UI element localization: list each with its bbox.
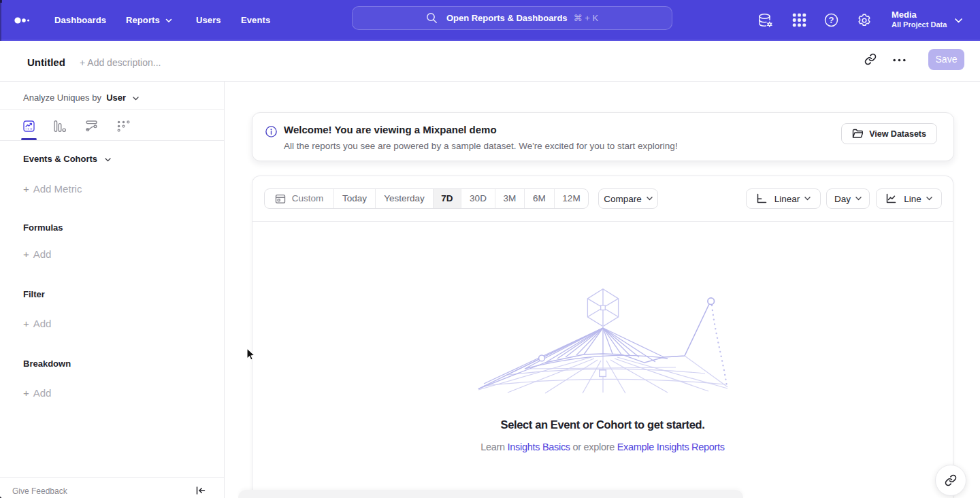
svg-text:?: ? — [829, 15, 834, 25]
